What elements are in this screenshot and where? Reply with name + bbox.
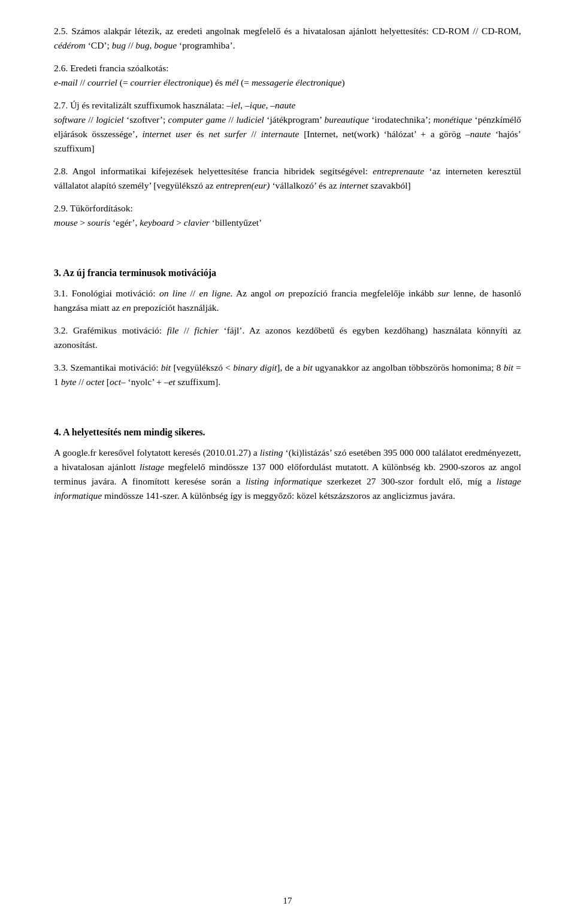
section-2-6-text: 2.6. Eredeti francia szóalkotás: e-mail …	[54, 61, 521, 90]
section-2-7-text: 2.7. Új és revitalizált szuffixumok hasz…	[54, 98, 521, 156]
section-3-heading-text: 3. Az új francia terminusok motivációja	[54, 268, 216, 278]
section-3-2-text: 3.2. Grafémikus motiváció: file // fichi…	[54, 323, 521, 352]
page-number: 17	[54, 896, 521, 906]
section-2-8: 2.8. Angol informatikai kifejezések hely…	[54, 164, 521, 193]
section-4-heading-text: 4. A helyettesítés nem mindig sikeres.	[54, 427, 205, 437]
section-4-heading: 4. A helyettesítés nem mindig sikeres.	[54, 425, 521, 440]
section-2-9-text: 2.9. Tükörfordítások: mouse > souris ‘eg…	[54, 201, 521, 230]
gap-2	[54, 398, 521, 408]
page: 2.5. Számos alakpár létezik, az eredeti …	[0, 0, 575, 924]
section-4-body-text: A google.fr keresővel folytatott keresés…	[54, 446, 521, 503]
section-2-5-text: 2.5. Számos alakpár létezik, az eredeti …	[54, 24, 521, 53]
section-2-5: 2.5. Számos alakpár létezik, az eredeti …	[54, 24, 521, 53]
section-2-8-text: 2.8. Angol informatikai kifejezések hely…	[54, 164, 521, 193]
section-2-9: 2.9. Tükörfordítások: mouse > souris ‘eg…	[54, 201, 521, 230]
gap-1	[54, 238, 521, 249]
page-number-text: 17	[283, 896, 292, 905]
section-3-2: 3.2. Grafémikus motiváció: file // fichi…	[54, 323, 521, 352]
section-3-1-text: 3.1. Fonológiai motiváció: on line // en…	[54, 286, 521, 315]
section-2-6: 2.6. Eredeti francia szóalkotás: e-mail …	[54, 61, 521, 90]
section-2-7: 2.7. Új és revitalizált szuffixumok hasz…	[54, 98, 521, 156]
section-3-heading: 3. Az új francia terminusok motivációja	[54, 266, 521, 280]
section-3-1: 3.1. Fonológiai motiváció: on line // en…	[54, 286, 521, 315]
section-3-3: 3.3. Szemantikai motiváció: bit [vegyülé…	[54, 360, 521, 389]
section-3-3-text: 3.3. Szemantikai motiváció: bit [vegyülé…	[54, 360, 521, 389]
section-4-body: A google.fr keresővel folytatott keresés…	[54, 446, 521, 503]
